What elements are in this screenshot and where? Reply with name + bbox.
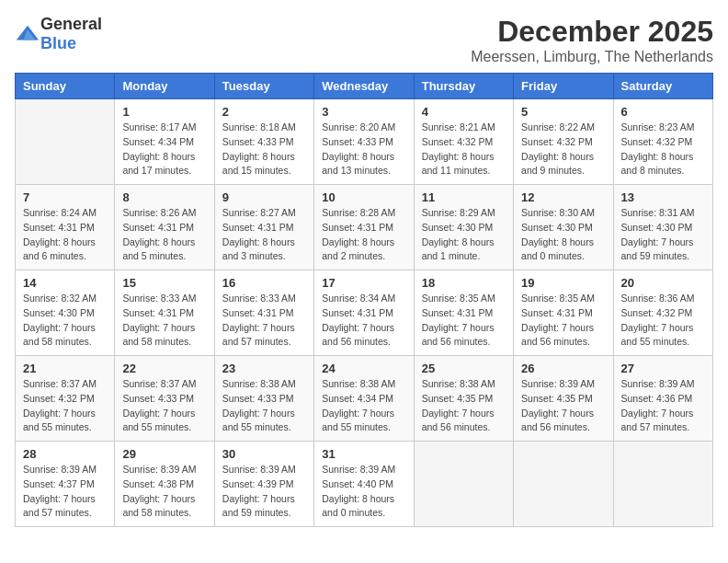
calendar-cell: 29Sunrise: 8:39 AM Sunset: 4:38 PM Dayli… — [115, 442, 214, 527]
day-info: Sunrise: 8:39 AM Sunset: 4:39 PM Dayligh… — [222, 463, 306, 521]
weekday-header-monday: Monday — [115, 74, 214, 99]
weekday-header-tuesday: Tuesday — [214, 74, 313, 99]
day-number: 11 — [422, 190, 506, 204]
logo-icon — [15, 21, 40, 47]
day-number: 24 — [322, 362, 405, 375]
day-info: Sunrise: 8:35 AM Sunset: 4:31 PM Dayligh… — [521, 292, 605, 350]
calendar-cell: 15Sunrise: 8:33 AM Sunset: 4:31 PM Dayli… — [115, 270, 214, 356]
day-number: 16 — [222, 276, 306, 290]
day-number: 12 — [521, 190, 605, 204]
calendar-header: SundayMondayTuesdayWednesdayThursdayFrid… — [16, 74, 713, 99]
day-info: Sunrise: 8:31 AM Sunset: 4:30 PM Dayligh… — [621, 206, 705, 264]
weekday-header-thursday: Thursday — [414, 74, 513, 99]
day-number: 21 — [23, 362, 107, 375]
calendar-cell: 25Sunrise: 8:38 AM Sunset: 4:35 PM Dayli… — [414, 356, 513, 442]
day-info: Sunrise: 8:17 AM Sunset: 4:34 PM Dayligh… — [122, 121, 206, 178]
weekday-header-wednesday: Wednesday — [314, 74, 414, 99]
day-info: Sunrise: 8:34 AM Sunset: 4:31 PM Dayligh… — [322, 292, 405, 350]
day-info: Sunrise: 8:30 AM Sunset: 4:30 PM Dayligh… — [521, 206, 605, 264]
weekday-header-sunday: Sunday — [16, 74, 115, 99]
day-number: 26 — [521, 362, 605, 375]
calendar-week-3: 14Sunrise: 8:32 AM Sunset: 4:30 PM Dayli… — [16, 270, 713, 356]
calendar-cell — [514, 442, 613, 527]
day-number: 9 — [222, 190, 306, 204]
page-header: General Blue December 2025 Meerssen, Lim… — [15, 15, 713, 65]
calendar-cell: 31Sunrise: 8:39 AM Sunset: 4:40 PM Dayli… — [314, 442, 414, 527]
calendar-cell: 7Sunrise: 8:24 AM Sunset: 4:31 PM Daylig… — [16, 185, 115, 270]
day-number: 2 — [222, 105, 306, 119]
calendar-cell: 12Sunrise: 8:30 AM Sunset: 4:30 PM Dayli… — [514, 185, 613, 270]
day-info: Sunrise: 8:24 AM Sunset: 4:31 PM Dayligh… — [23, 206, 107, 264]
calendar-week-4: 21Sunrise: 8:37 AM Sunset: 4:32 PM Dayli… — [16, 356, 713, 442]
calendar-cell: 6Sunrise: 8:23 AM Sunset: 4:32 PM Daylig… — [613, 99, 712, 185]
day-number: 13 — [621, 190, 705, 204]
calendar-cell: 24Sunrise: 8:38 AM Sunset: 4:34 PM Dayli… — [314, 356, 414, 442]
day-info: Sunrise: 8:18 AM Sunset: 4:33 PM Dayligh… — [222, 121, 306, 178]
day-number: 27 — [621, 362, 705, 375]
day-number: 30 — [222, 447, 306, 461]
calendar-cell: 9Sunrise: 8:27 AM Sunset: 4:31 PM Daylig… — [214, 185, 313, 270]
day-number: 4 — [422, 105, 506, 119]
calendar-cell: 21Sunrise: 8:37 AM Sunset: 4:32 PM Dayli… — [16, 356, 115, 442]
day-info: Sunrise: 8:38 AM Sunset: 4:33 PM Dayligh… — [222, 377, 306, 435]
location-title: Meerssen, Limburg, The Netherlands — [471, 49, 713, 65]
calendar-cell: 19Sunrise: 8:35 AM Sunset: 4:31 PM Dayli… — [514, 270, 613, 356]
day-info: Sunrise: 8:37 AM Sunset: 4:32 PM Dayligh… — [23, 377, 107, 435]
day-number: 25 — [422, 362, 506, 375]
day-number: 5 — [521, 105, 605, 119]
day-number: 8 — [122, 190, 206, 204]
calendar-cell: 1Sunrise: 8:17 AM Sunset: 4:34 PM Daylig… — [115, 99, 214, 185]
title-area: December 2025 Meerssen, Limburg, The Net… — [471, 15, 713, 65]
day-info: Sunrise: 8:39 AM Sunset: 4:36 PM Dayligh… — [621, 377, 705, 435]
month-title: December 2025 — [471, 15, 713, 49]
day-number: 20 — [621, 276, 705, 290]
calendar-cell: 8Sunrise: 8:26 AM Sunset: 4:31 PM Daylig… — [115, 185, 214, 270]
calendar-cell: 22Sunrise: 8:37 AM Sunset: 4:33 PM Dayli… — [115, 356, 214, 442]
day-info: Sunrise: 8:28 AM Sunset: 4:31 PM Dayligh… — [322, 206, 405, 264]
day-number: 19 — [521, 276, 605, 290]
day-info: Sunrise: 8:21 AM Sunset: 4:32 PM Dayligh… — [422, 121, 506, 178]
weekday-header-friday: Friday — [514, 74, 613, 99]
logo: General Blue — [15, 15, 102, 53]
calendar-week-5: 28Sunrise: 8:39 AM Sunset: 4:37 PM Dayli… — [16, 442, 713, 527]
calendar-cell — [414, 442, 513, 527]
calendar-cell — [613, 442, 712, 527]
calendar-cell: 17Sunrise: 8:34 AM Sunset: 4:31 PM Dayli… — [314, 270, 414, 356]
calendar-cell: 14Sunrise: 8:32 AM Sunset: 4:30 PM Dayli… — [16, 270, 115, 356]
calendar-cell: 10Sunrise: 8:28 AM Sunset: 4:31 PM Dayli… — [314, 185, 414, 270]
day-number: 28 — [23, 447, 107, 461]
calendar-cell — [16, 99, 115, 185]
day-number: 15 — [122, 276, 206, 290]
day-info: Sunrise: 8:33 AM Sunset: 4:31 PM Dayligh… — [122, 292, 206, 350]
calendar-cell: 5Sunrise: 8:22 AM Sunset: 4:32 PM Daylig… — [514, 99, 613, 185]
day-number: 31 — [322, 447, 405, 461]
day-info: Sunrise: 8:38 AM Sunset: 4:35 PM Dayligh… — [422, 377, 506, 435]
day-number: 23 — [222, 362, 306, 375]
day-number: 14 — [23, 276, 107, 290]
day-info: Sunrise: 8:39 AM Sunset: 4:35 PM Dayligh… — [521, 377, 605, 435]
logo-general: General — [40, 15, 102, 33]
calendar-cell: 30Sunrise: 8:39 AM Sunset: 4:39 PM Dayli… — [214, 442, 313, 527]
calendar-cell: 18Sunrise: 8:35 AM Sunset: 4:31 PM Dayli… — [414, 270, 513, 356]
day-info: Sunrise: 8:27 AM Sunset: 4:31 PM Dayligh… — [222, 206, 306, 264]
day-info: Sunrise: 8:37 AM Sunset: 4:33 PM Dayligh… — [122, 377, 206, 435]
day-info: Sunrise: 8:23 AM Sunset: 4:32 PM Dayligh… — [621, 121, 705, 178]
day-number: 17 — [322, 276, 405, 290]
calendar-cell: 20Sunrise: 8:36 AM Sunset: 4:32 PM Dayli… — [613, 270, 712, 356]
day-info: Sunrise: 8:35 AM Sunset: 4:31 PM Dayligh… — [422, 292, 506, 350]
calendar-cell: 28Sunrise: 8:39 AM Sunset: 4:37 PM Dayli… — [16, 442, 115, 527]
calendar-table: SundayMondayTuesdayWednesdayThursdayFrid… — [15, 73, 713, 527]
day-number: 3 — [322, 105, 405, 119]
day-number: 7 — [23, 190, 107, 204]
calendar-cell: 23Sunrise: 8:38 AM Sunset: 4:33 PM Dayli… — [214, 356, 313, 442]
weekday-header-saturday: Saturday — [613, 74, 712, 99]
calendar-cell: 3Sunrise: 8:20 AM Sunset: 4:33 PM Daylig… — [314, 99, 414, 185]
day-number: 22 — [122, 362, 206, 375]
day-info: Sunrise: 8:33 AM Sunset: 4:31 PM Dayligh… — [222, 292, 306, 350]
calendar-cell: 16Sunrise: 8:33 AM Sunset: 4:31 PM Dayli… — [214, 270, 313, 356]
day-number: 6 — [621, 105, 705, 119]
day-info: Sunrise: 8:38 AM Sunset: 4:34 PM Dayligh… — [322, 377, 405, 435]
calendar-cell: 13Sunrise: 8:31 AM Sunset: 4:30 PM Dayli… — [613, 185, 712, 270]
weekday-header-row: SundayMondayTuesdayWednesdayThursdayFrid… — [16, 74, 713, 99]
day-info: Sunrise: 8:22 AM Sunset: 4:32 PM Dayligh… — [521, 121, 605, 178]
